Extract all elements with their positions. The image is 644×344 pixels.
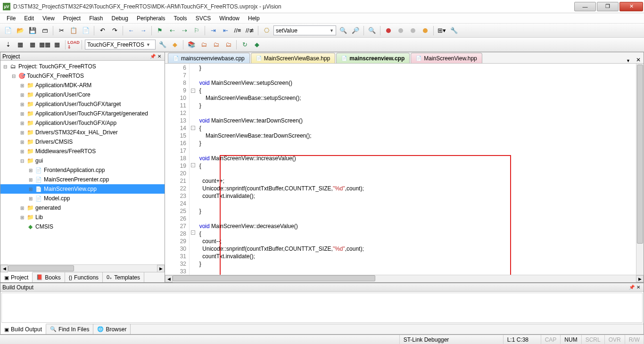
panel-tab-templates[interactable]: 0₊Templates: [103, 272, 144, 282]
tree-toggle-icon[interactable]: ⊟: [19, 158, 25, 164]
translate-icon[interactable]: ⇣: [3, 40, 13, 50]
tree-toggle-icon[interactable]: ⊞: [19, 92, 25, 98]
panel-close-icon[interactable]: ✕: [635, 284, 642, 291]
panel-close-icon[interactable]: ✕: [156, 53, 163, 60]
editor-tab[interactable]: 📄MainScreenViewBase.hpp: [251, 53, 336, 63]
bookmark-next-icon[interactable]: ⇢: [179, 25, 190, 36]
tree-node[interactable]: ⊞📄FrontendApplication.cpp: [0, 165, 165, 175]
menu-view[interactable]: View: [39, 14, 58, 23]
tree-node[interactable]: ⊟🎯TouchGFX_FreeRTOS: [0, 71, 165, 81]
scroll-thumb[interactable]: [173, 275, 375, 281]
close-button[interactable]: ✕: [619, 2, 643, 11]
tree-node[interactable]: ⊞📁Application/User/TouchGFX/App: [0, 118, 165, 128]
undo-icon[interactable]: ↶: [97, 25, 107, 36]
cut-icon[interactable]: ✂: [56, 25, 66, 36]
nav-fwd-icon[interactable]: →: [138, 25, 149, 36]
refresh-icon[interactable]: ↻: [239, 40, 250, 50]
maximize-button[interactable]: ❐: [597, 2, 619, 11]
save-all-icon[interactable]: 🗃: [40, 25, 50, 36]
tree-toggle-icon[interactable]: ⊞: [19, 83, 25, 88]
functions-icon[interactable]: 🗂: [198, 40, 209, 50]
redo-icon[interactable]: ↷: [109, 25, 120, 36]
minimize-button[interactable]: —: [574, 2, 596, 11]
bookmark-icon[interactable]: ⚑: [155, 25, 165, 36]
tree-toggle-icon[interactable]: ⊞: [19, 102, 25, 107]
pin-icon[interactable]: 📌: [628, 284, 635, 291]
tree-toggle-icon[interactable]: ⊞: [28, 168, 33, 173]
tree-node[interactable]: ⊞📁Application/MDK-ARM: [0, 81, 165, 90]
code-text[interactable]: } void MainScreenView::setupScreen() { M…: [196, 64, 636, 275]
breakpoint-enable-icon[interactable]: [420, 25, 430, 36]
find-combo[interactable]: setValue ▼: [273, 25, 336, 35]
manage-rte-icon[interactable]: ◆: [170, 40, 180, 50]
menu-tools[interactable]: Tools: [170, 14, 191, 23]
tree-node[interactable]: ◆CMSIS: [0, 222, 165, 231]
tree-toggle-icon[interactable]: ⊞: [19, 149, 25, 154]
editor-tab[interactable]: 📄mainscreenview.cpp: [336, 53, 410, 63]
indent-icon[interactable]: ⇥: [208, 25, 218, 36]
open-file-icon[interactable]: 📂: [15, 25, 25, 36]
editor-tab[interactable]: 📄MainScreenView.hpp: [411, 53, 482, 63]
tree-toggle-icon[interactable]: ⊞: [19, 139, 25, 145]
tree-node[interactable]: ⊞📁Middlewares/FreeRTOS: [0, 147, 165, 156]
templates-icon[interactable]: 🗂: [211, 40, 221, 50]
menu-help[interactable]: Help: [244, 14, 264, 23]
tree-toggle-icon[interactable]: ⊞: [19, 205, 25, 211]
tree-node[interactable]: ⊞📁generated: [0, 203, 165, 213]
target-options-icon[interactable]: 🔧: [157, 40, 168, 50]
build-output-body[interactable]: [1, 293, 643, 323]
stop-build-icon[interactable]: ▦: [52, 40, 62, 50]
editor-hscrollbar[interactable]: ◀ ▶: [165, 275, 644, 282]
find-prev-icon[interactable]: 🔎: [350, 25, 361, 36]
tree-toggle-icon[interactable]: ⊞: [19, 111, 25, 116]
rebuild-icon[interactable]: ▦: [27, 40, 38, 50]
fold-column[interactable]: ----: [190, 64, 196, 275]
scroll-left-icon[interactable]: ◀: [0, 265, 8, 272]
editor-vscrollbar[interactable]: [636, 64, 644, 275]
tree-node[interactable]: ⊞📁Drivers/CMSIS: [0, 137, 165, 147]
tree-node[interactable]: ⊞📁Application/User/TouchGFX/target: [0, 99, 165, 109]
comment-icon[interactable]: //≡: [232, 25, 243, 36]
breakpoint-kill-icon[interactable]: [408, 25, 418, 36]
tree-node[interactable]: ⊞📄MainScreenPresenter.cpp: [0, 175, 165, 184]
bookmark-prev-icon[interactable]: ⇠: [167, 25, 177, 36]
tree-node[interactable]: ⊞📁Application/User/Core: [0, 90, 165, 99]
tree-node[interactable]: ⊞📁Drivers/STM32F4xx_HAL_Driver: [0, 128, 165, 137]
new-file-icon[interactable]: 📄: [3, 25, 13, 36]
editor-tab[interactable]: 📄mainscreenviewbase.cpp: [168, 53, 250, 63]
window-layout-icon[interactable]: ⊞▾: [437, 25, 447, 36]
build-icon[interactable]: ▦: [15, 40, 25, 50]
pack-installer-icon[interactable]: ◆: [252, 40, 262, 50]
target-combo[interactable]: TouchGFX_FreeRTOS ▼: [85, 40, 156, 49]
project-tree[interactable]: ⊟🗂Project: TouchGFX_FreeRTOS⊟🎯TouchGFX_F…: [0, 61, 165, 264]
tree-toggle-icon[interactable]: ⊞: [28, 196, 33, 201]
panel-tab-functions[interactable]: {}Functions: [65, 272, 103, 282]
tree-toggle-icon[interactable]: ⊟: [2, 64, 8, 69]
outdent-icon[interactable]: ⇤: [220, 25, 231, 36]
menu-peripherals[interactable]: Peripherals: [133, 14, 169, 23]
books-icon[interactable]: 📚: [186, 40, 197, 50]
nav-back-icon[interactable]: ←: [126, 25, 136, 36]
tab-close-icon[interactable]: ✕: [633, 57, 644, 63]
tree-toggle-icon[interactable]: ⊞: [28, 177, 33, 182]
download-icon[interactable]: LOAD⇩: [68, 40, 79, 50]
tab-dropdown-icon[interactable]: ▼: [623, 58, 633, 63]
menu-svcs[interactable]: SVCS: [192, 14, 215, 23]
tree-node[interactable]: ⊞📁Application/User/TouchGFX/target/gener…: [0, 109, 165, 118]
breakpoint-disable-icon[interactable]: [396, 25, 406, 36]
panel-tab-books[interactable]: 📕Books: [33, 272, 65, 282]
pin-icon[interactable]: 📌: [149, 53, 156, 60]
tree-toggle-icon[interactable]: ⊞: [28, 187, 33, 192]
batch-build-icon[interactable]: ▦▦: [40, 40, 50, 50]
tree-node[interactable]: ⊞📄Model.cpp: [0, 194, 165, 203]
copy-icon[interactable]: 📋: [68, 25, 79, 36]
panel-tab-browser[interactable]: 🌐Browser: [93, 324, 131, 334]
panel-tab-build-output[interactable]: ▣Build Output: [0, 324, 46, 334]
bookmark-clear-icon[interactable]: ⚐: [191, 25, 202, 36]
menu-flash[interactable]: Flash: [85, 14, 107, 23]
menu-edit[interactable]: Edit: [20, 14, 38, 23]
find-next-icon[interactable]: 🔍: [338, 25, 348, 36]
menu-window[interactable]: Window: [215, 14, 243, 23]
source-browser-icon[interactable]: 🗂: [223, 40, 233, 50]
tree-node[interactable]: ⊟📁gui: [0, 156, 165, 165]
